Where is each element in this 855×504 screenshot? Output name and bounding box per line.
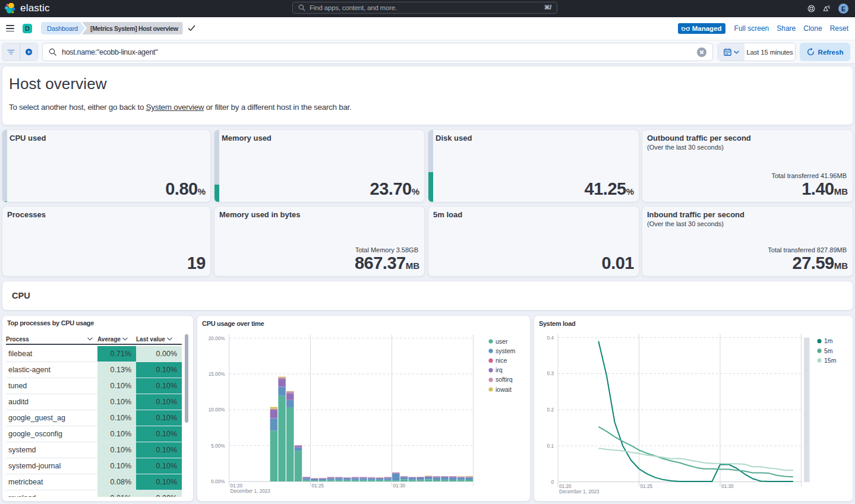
query-filter-bar: host.name:"ecobb-linux-agent" Last 15 mi…: [0, 40, 855, 64]
table-scrollbar[interactable]: [185, 334, 188, 423]
overview-description: To select another host, either go back t…: [9, 103, 846, 112]
cell-average: 0.10%: [97, 394, 136, 410]
managed-badge[interactable]: Managed: [678, 23, 725, 34]
metric-panel-memory-used-in-bytes: Memory used in bytesTotal Memory 3.58GB8…: [214, 207, 424, 276]
user-avatar[interactable]: E: [838, 4, 848, 14]
refresh-button[interactable]: Refresh: [800, 43, 850, 61]
breadcrumb-dashboard[interactable]: Dashboard: [41, 22, 85, 34]
cell-last-value: 0.10%: [136, 442, 182, 458]
calendar-dropdown-button[interactable]: [718, 43, 744, 61]
cpu-usage-chart[interactable]: 0.00%5.00%10.00%15.00%20.00%01:20Decembe…: [197, 316, 530, 501]
table-row[interactable]: rsyslogd0.01%0.00%: [6, 490, 182, 497]
time-range-value[interactable]: Last 15 minutes: [744, 43, 795, 61]
svg-text:01:20: 01:20: [559, 484, 572, 489]
table-header-average[interactable]: Average: [97, 336, 136, 343]
elastic-brand[interactable]: elastic: [5, 2, 50, 14]
table-row[interactable]: google_osconfig0.10%0.10%: [6, 426, 182, 442]
cell-average: 0.10%: [97, 426, 136, 442]
svg-text:December 1, 2023: December 1, 2023: [559, 489, 600, 495]
svg-text:01:25: 01:25: [641, 484, 653, 489]
metric-value: 0.01: [602, 253, 634, 273]
news-icon[interactable]: [823, 5, 831, 12]
legend-dot-user: [488, 339, 493, 343]
metric-value: 1.40MB: [802, 179, 848, 199]
nav-link-reset[interactable]: Reset: [830, 24, 848, 33]
metric-progress-bar: [2, 130, 7, 202]
legend-dot-iowait: [488, 387, 493, 391]
breadcrumb-current[interactable]: [Metrics System] Host overview: [82, 22, 183, 34]
svg-text:0.1: 0.1: [547, 443, 554, 449]
filter-icon-button[interactable]: [2, 43, 20, 61]
legend-label-user[interactable]: user: [496, 338, 508, 345]
metric-panel-outbound-traffic-per-second: Outbound traffic per second(Over the las…: [642, 130, 853, 202]
metric-secondary-value: Total Memory 3.58GB: [355, 246, 418, 253]
table-body: filebeat0.71%0.00%elastic-agent0.13%0.10…: [6, 346, 182, 497]
metric-title: Memory used: [222, 134, 272, 142]
metric-title: Disk used: [436, 134, 472, 142]
svg-text:0.4: 0.4: [547, 335, 554, 341]
legend-label-iowait[interactable]: iowait: [496, 386, 512, 393]
deployment-badge[interactable]: D: [23, 24, 32, 33]
table-row[interactable]: filebeat0.71%0.00%: [6, 346, 182, 362]
cell-process-name: google_guest_ag: [6, 410, 97, 426]
cell-last-value: 0.10%: [136, 394, 182, 410]
legend-label-irq[interactable]: irq: [496, 366, 503, 373]
check-icon[interactable]: [188, 25, 195, 31]
page-title: Host overview: [9, 75, 846, 93]
metric-panel-cpu-used: CPU used0.80%: [2, 130, 210, 202]
nav-link-share[interactable]: Share: [777, 24, 796, 33]
legend-label-1m[interactable]: 1m: [824, 337, 833, 344]
metric-value: 0.80%: [165, 179, 206, 199]
legend-dot-system: [488, 349, 493, 353]
table-header-process[interactable]: Process: [6, 336, 97, 343]
cell-average: 0.08%: [97, 474, 136, 490]
cell-last-value: 0.00%: [136, 346, 182, 362]
legend-label-15m[interactable]: 15m: [824, 357, 837, 364]
table-row[interactable]: metricbeat0.08%0.10%: [6, 474, 182, 490]
table-header-last-value[interactable]: Last value: [136, 336, 182, 343]
metric-unit: %: [626, 186, 634, 196]
svg-text:10.00%: 10.00%: [209, 407, 225, 413]
table-row[interactable]: google_guest_ag0.10%0.10%: [6, 410, 182, 426]
menu-icon[interactable]: [6, 25, 14, 32]
table-row[interactable]: auditd0.10%0.10%: [6, 394, 182, 410]
table-row[interactable]: systemd0.10%0.10%: [6, 442, 182, 458]
nav-action-links: Full screenShareCloneReset: [734, 24, 848, 33]
legend-label-softirq[interactable]: softirq: [496, 376, 513, 383]
overview-text-after: or filter by a different host in the sea…: [204, 103, 351, 112]
filter-controls: [2, 43, 38, 61]
query-text: host.name:"ecobb-linux-agent": [62, 48, 692, 56]
metric-title: CPU used: [10, 134, 46, 142]
query-input[interactable]: host.name:"ecobb-linux-agent": [42, 43, 713, 61]
dashboard-navbar: D Dashboard [Metrics System] Host overvi…: [0, 17, 855, 40]
nav-link-full-screen[interactable]: Full screen: [734, 24, 769, 33]
clear-query-icon[interactable]: [697, 47, 706, 57]
add-filter-button[interactable]: [20, 43, 37, 61]
cell-average: 0.10%: [97, 410, 136, 426]
legend-dot-5m: [817, 348, 821, 353]
nav-link-clone[interactable]: Clone: [803, 24, 822, 33]
search-icon: [298, 4, 305, 11]
svg-text:0.00%: 0.00%: [211, 479, 225, 484]
legend-label-nice[interactable]: nice: [496, 357, 507, 364]
table-row[interactable]: systemd-journal0.10%0.10%: [6, 458, 182, 474]
legend-label-system[interactable]: system: [496, 347, 516, 354]
system-overview-link[interactable]: System overview: [146, 103, 204, 112]
help-icon[interactable]: [807, 5, 815, 12]
host-overview-panel: Host overview To select another host, ei…: [2, 66, 853, 125]
svg-text:5.00%: 5.00%: [211, 443, 225, 449]
metric-unit: %: [198, 186, 206, 196]
cell-process-name: filebeat: [6, 346, 97, 362]
table-header-row: ProcessAverageLast value: [6, 334, 182, 345]
metric-value: 867.37MB: [355, 253, 419, 273]
metric-value: 23.70%: [370, 179, 419, 199]
chart-scrollbar[interactable]: [804, 338, 810, 483]
plus-icon: [26, 49, 32, 55]
table-row[interactable]: elastic-agent0.13%0.10%: [6, 362, 182, 378]
svg-text:0.2: 0.2: [547, 407, 554, 413]
global-search-input[interactable]: Find apps, content, and more. ⌘/: [292, 2, 557, 14]
table-row[interactable]: tuned0.10%0.10%: [6, 378, 182, 394]
legend-label-5m[interactable]: 5m: [824, 347, 833, 354]
system-load-chart[interactable]: 00.10.20.30.401:20December 1, 202301:250…: [534, 316, 853, 501]
header-icons: E: [807, 0, 855, 17]
